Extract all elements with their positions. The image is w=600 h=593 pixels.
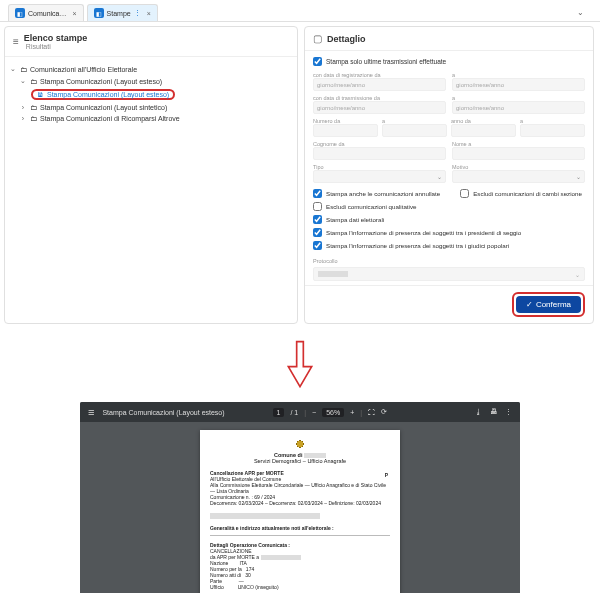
chevron-down-icon: ⌄ (576, 173, 581, 180)
tab-label: Comunica… (28, 10, 67, 17)
pdf-viewer: ≡ Stampa Comunicazioni (Layout esteso) 1… (80, 402, 520, 593)
tree-item[interactable]: Stampa Comunicazioni di Ricomparsi Altro… (40, 115, 180, 122)
chevron-down-icon: ⌄ (575, 271, 580, 278)
field-label: Protocollo (313, 258, 337, 264)
doc-line: Decorrenza: 02/03/2024 – Decorrenza: 02/… (210, 500, 390, 506)
tree-item-selected[interactable]: 🗎Stampa Comunicazioni (Layout esteso) (31, 89, 175, 100)
chk-annullate[interactable] (313, 189, 322, 198)
year-from-input[interactable] (451, 124, 516, 137)
tab-stampe[interactable]: ◧Stampe⋮× (87, 4, 158, 21)
folder-icon: 🗀 (20, 66, 27, 73)
chk-label: Escludi comunicazioni di cambi sezione (473, 190, 582, 197)
chk-label: Stampa dati elettorali (326, 216, 384, 223)
more-icon[interactable]: ⋮ (134, 9, 141, 17)
doc-subheader: Servizi Demografici – Ufficio Anagrafe (210, 458, 390, 464)
divider: | (304, 409, 306, 416)
year-to-input[interactable] (520, 124, 585, 137)
crest-icon (294, 438, 306, 450)
doc-section: Generalità e indirizzo attualmente noti … (210, 525, 390, 531)
tipo-select[interactable]: ⌄ (313, 170, 446, 183)
doc-line: da APR per MORTE a (210, 554, 259, 560)
date-to-input[interactable]: giorno/mese/anno (452, 101, 585, 114)
detail-panel: ▢ Dettaglio Stampa solo ultime trasmissi… (304, 26, 594, 324)
date-to-input[interactable]: giorno/mese/anno (452, 78, 585, 91)
chevron-down-icon: ⌄ (437, 173, 442, 180)
tree-item-label: Stampa Comunicazioni (Layout esteso) (47, 91, 169, 98)
pdf-page: Comune di Servizi Demografici – Ufficio … (200, 430, 400, 593)
protocollo-select[interactable]: ⌄ (313, 267, 585, 281)
chk-label: Stampa l'informazione di presenza dei so… (326, 242, 509, 249)
doc-value: 30 (245, 572, 251, 578)
tree-item[interactable]: Stampa Comunicazioni (Layout esteso) (40, 78, 162, 85)
close-icon[interactable]: × (147, 10, 151, 17)
arrow-down-icon (0, 328, 600, 402)
chk-label: Stampa anche le comunicazioni annullate (326, 190, 440, 197)
download-icon[interactable]: ⭳ (475, 408, 482, 416)
chk-sezione[interactable] (460, 189, 469, 198)
doc-icon: 🗎 (37, 91, 44, 98)
zoom-out-button[interactable]: − (312, 409, 316, 416)
page-total: / 1 (290, 409, 298, 416)
chk-label: Escludi comunicazioni qualitative (326, 203, 416, 210)
doc-value: UNICO (inseguito) (238, 584, 279, 590)
zoom-level[interactable]: 56% (322, 408, 344, 417)
chevron-down-icon[interactable]: ⌄ (19, 77, 27, 85)
nome-input[interactable] (452, 147, 585, 160)
fit-page-icon[interactable]: ⛶ (368, 409, 375, 416)
tree-item[interactable]: Stampa Comunicazioni (Layout sintetico) (40, 104, 167, 111)
confirm-button[interactable]: ✓Conferma (516, 296, 581, 313)
chevron-right-icon[interactable]: › (19, 115, 27, 122)
cognome-input[interactable] (313, 147, 446, 160)
folder-icon: 🗀 (30, 104, 37, 111)
doc-label: Ufficio (210, 584, 224, 590)
date-from-input[interactable]: giorno/mese/anno (313, 78, 446, 91)
page-letter: P (385, 472, 388, 478)
tabs-overflow[interactable]: ⌄ (569, 4, 592, 21)
doc-icon: ◧ (15, 8, 25, 18)
detail-icon: ▢ (313, 33, 322, 44)
doc-line: Alla Commissione Elettorale Circondarial… (210, 482, 390, 494)
folder-icon: 🗀 (30, 78, 37, 85)
chevron-down-icon[interactable]: ⌄ (9, 65, 17, 73)
num-to-input[interactable] (382, 124, 447, 137)
chk-label: Stampa solo ultime trasmissioni effettua… (326, 58, 446, 65)
viewer-toolbar: ≡ Stampa Comunicazioni (Layout esteso) 1… (80, 402, 520, 422)
button-label: Conferma (536, 300, 571, 309)
tab-comunica[interactable]: ◧Comunica…× (8, 4, 84, 21)
panel-subtitle: Risultati (26, 43, 88, 50)
highlight-confirm: ✓Conferma (512, 292, 585, 317)
chevron-right-icon[interactable]: › (19, 104, 27, 111)
tab-bar: ◧Comunica…× ◧Stampe⋮× ⌄ (0, 0, 600, 22)
page-current[interactable]: 1 (273, 408, 285, 417)
chk-label: Stampa l'informazione di presenza dei so… (326, 229, 521, 236)
doc-icon: ◧ (94, 8, 104, 18)
chk-ultime[interactable] (313, 57, 322, 66)
left-panel: ≡ Elenco stampe Risultati ⌄🗀Comunicazion… (4, 26, 298, 324)
print-icon[interactable]: 🖶 (490, 408, 497, 416)
chk-qualitative[interactable] (313, 202, 322, 211)
motivo-select[interactable]: ⌄ (452, 170, 585, 183)
chk-giudici[interactable] (313, 241, 322, 250)
list-icon: ≡ (13, 36, 19, 47)
check-icon: ✓ (526, 300, 533, 309)
menu-icon[interactable]: ≡ (88, 406, 94, 418)
zoom-in-button[interactable]: + (350, 409, 354, 416)
divider: | (360, 409, 362, 416)
tree-item[interactable]: Comunicazioni all'Ufficio Elettorale (30, 66, 137, 73)
date-from-input[interactable]: giorno/mese/anno (313, 101, 446, 114)
chk-presidenti[interactable] (313, 228, 322, 237)
chk-elettorali[interactable] (313, 215, 322, 224)
close-icon[interactable]: × (73, 10, 77, 17)
folder-icon: 🗀 (30, 115, 37, 122)
rotate-icon[interactable]: ⟳ (381, 408, 387, 416)
panel-title: Dettaglio (327, 34, 366, 44)
num-from-input[interactable] (313, 124, 378, 137)
tab-label: Stampe (107, 10, 131, 17)
tree: ⌄🗀Comunicazioni all'Ufficio Elettorale ⌄… (5, 57, 297, 130)
viewer-title: Stampa Comunicazioni (Layout esteso) (102, 409, 224, 416)
panel-title: Elenco stampe (24, 33, 88, 43)
more-icon[interactable]: ⋮ (505, 408, 512, 416)
